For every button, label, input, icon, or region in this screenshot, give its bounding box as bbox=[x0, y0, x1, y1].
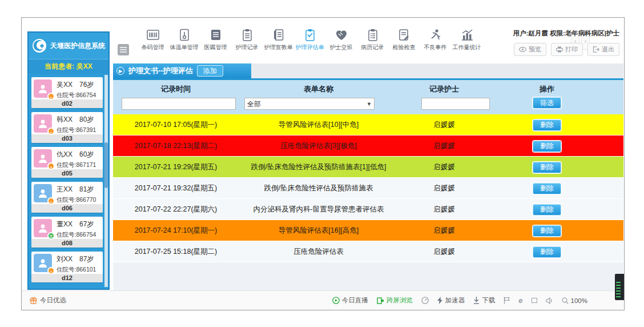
patient-admission-no: 住院号:867391 bbox=[57, 125, 103, 134]
patient-card[interactable]: - 刘XX87岁 住院号:866101 d12 bbox=[31, 252, 103, 282]
patient-card[interactable]: - 仇XX60岁 住院号:867171 d05 bbox=[31, 147, 103, 178]
sound-item[interactable] bbox=[546, 297, 553, 304]
toolbar-item-lab-exam[interactable]: 检验检查 bbox=[388, 28, 420, 51]
cross-screen-label: 跨屏浏览 bbox=[387, 296, 413, 305]
table-row[interactable]: 2017-07-21 19:29(星期五) 跌倒/坠床危险性评估及预防措施表[1… bbox=[113, 157, 623, 178]
toolbar-item-adverse-event[interactable]: 不良事件 bbox=[420, 28, 451, 51]
bar-chart-icon bbox=[460, 28, 474, 42]
patient-card[interactable]: - 韩XX80岁 住院号:867391 d03 bbox=[31, 112, 103, 143]
print-button-label: 打印 bbox=[565, 45, 578, 54]
toolbar-item-nursing-record[interactable]: 护理记录 bbox=[231, 28, 263, 51]
zoom-control[interactable]: 100% bbox=[562, 297, 587, 304]
delete-button[interactable]: 删除 bbox=[533, 183, 561, 194]
patient-status-badge: - bbox=[47, 197, 55, 205]
ie-browser-item[interactable]: e bbox=[518, 296, 522, 305]
accelerator-label: 加速器 bbox=[445, 296, 465, 305]
table-row[interactable]: 2017-07-21 19:32(星期五) 跌倒/坠床危险性评估及预防措施表 启… bbox=[113, 178, 623, 199]
person-icon bbox=[38, 188, 48, 198]
logout-button-label: 退出 bbox=[602, 45, 614, 54]
printer-icon bbox=[556, 46, 563, 53]
filter-button[interactable]: 筛选 bbox=[533, 97, 561, 109]
print-button[interactable]: 打印 bbox=[551, 43, 583, 56]
speed-test-item[interactable] bbox=[421, 297, 429, 304]
eye-icon bbox=[519, 47, 526, 52]
cell-form-name: 内分泌科及肾内科-留置导尿管患者评估表 bbox=[239, 199, 399, 220]
form-name-select[interactable]: 全部 ▼ bbox=[244, 98, 375, 110]
delete-button[interactable]: 删除 bbox=[533, 225, 561, 237]
handshake-icon bbox=[334, 28, 349, 42]
delete-button[interactable]: 删除 bbox=[533, 162, 561, 173]
toolbar-item-doctor-orders[interactable]: 医嘱管理 bbox=[200, 28, 231, 51]
add-button[interactable]: 添加 bbox=[197, 65, 223, 77]
toolbar-item-label: 护理记录 bbox=[231, 43, 263, 51]
patient-card[interactable]: - 王XX81岁 住院号:866770 d06 bbox=[31, 182, 103, 213]
table-row[interactable]: 2017-07-22 22:27(星期六) 内分泌科及肾内科-留置导尿管患者评估… bbox=[113, 199, 623, 220]
toolbar-item-education-sheet[interactable]: 护理宣教单 bbox=[263, 28, 294, 51]
column-header-nurse: 记录护士 bbox=[399, 84, 490, 94]
form-name-select-value: 全部 bbox=[247, 100, 261, 108]
patient-admission-no: 住院号:866770 bbox=[57, 194, 103, 204]
active-section-tab[interactable]: ▶ 护理文书--护理评估 添加 bbox=[113, 63, 251, 78]
magnifier-icon bbox=[562, 297, 569, 304]
clipboard-record-icon bbox=[240, 28, 255, 42]
flag-item[interactable] bbox=[504, 297, 510, 304]
gift-icon bbox=[30, 297, 37, 304]
patient-age: 76岁 bbox=[79, 80, 94, 90]
preview-button[interactable]: 预览 bbox=[514, 43, 546, 56]
toolbar-item-shift-handover[interactable]: 护士交班 bbox=[325, 28, 357, 51]
zoom-level-label: 100% bbox=[571, 297, 587, 304]
brand-logo-icon bbox=[32, 38, 47, 53]
section-play-icon: ▶ bbox=[116, 67, 124, 75]
menu-toggle-button[interactable] bbox=[118, 44, 129, 55]
accelerator-item[interactable]: 加速器 bbox=[437, 296, 465, 305]
sidebar-scrollbar[interactable] bbox=[104, 75, 108, 287]
record-time-filter-input[interactable] bbox=[122, 98, 236, 110]
delete-button[interactable]: 删除 bbox=[533, 246, 561, 258]
patient-status-badge: - bbox=[47, 127, 55, 135]
delete-button[interactable]: 删除 bbox=[533, 204, 561, 216]
today-live-item[interactable]: 今日直播 bbox=[332, 296, 368, 305]
cell-record-time: 2017-07-10 17:05(星期一) bbox=[113, 114, 239, 135]
download-icon bbox=[473, 297, 480, 304]
ie-icon: e bbox=[518, 296, 522, 305]
app-logo: 天堰医护信息系统 bbox=[29, 33, 108, 59]
toolbar-item-temperature-sheet[interactable]: 体温单管理 bbox=[168, 28, 200, 51]
sidebar-scrollbar-thumb[interactable] bbox=[104, 142, 108, 188]
patient-list: - 吴XX76岁 住院号:866754 d02 - 韩XX80岁 住院号:867… bbox=[29, 74, 108, 289]
today-picks-item[interactable]: 今日优选 bbox=[30, 296, 66, 305]
cross-screen-item[interactable]: 跨屏浏览 bbox=[377, 296, 413, 305]
download-item[interactable]: 下载 bbox=[473, 296, 495, 305]
cell-nurse: 启媛媛 bbox=[399, 135, 490, 156]
table-row[interactable]: 2017-07-10 17:05(星期一) 导管风险评估表[10][中危] 启媛… bbox=[113, 114, 623, 135]
brand-name: 天堰医护信息系统 bbox=[50, 41, 105, 51]
toolbar-item-workload-stats[interactable]: 工作量统计 bbox=[451, 28, 482, 51]
toolbar-item-case-record[interactable]: 病历记录 bbox=[357, 28, 388, 51]
falling-person-icon bbox=[428, 28, 443, 42]
table-row[interactable]: 2017-07-18 22:13(星期二) 压疮危险评估表[3][极危] 启媛媛… bbox=[113, 135, 623, 157]
windows-item[interactable] bbox=[532, 298, 537, 303]
patient-status-badge: - bbox=[47, 267, 55, 274]
table-row[interactable]: 2017-07-25 15:18(星期二) 压疮危险评估表 启媛媛 删除 bbox=[113, 241, 623, 262]
logout-button[interactable]: 退出 bbox=[587, 43, 619, 56]
toolbar-item-assessment-sheet-active[interactable]: 护理评估单 bbox=[294, 28, 325, 51]
assessment-sheet-icon bbox=[303, 28, 317, 42]
statusbar-tools: 今日直播 跨屏浏览 加速器 下载 e bbox=[332, 296, 587, 305]
column-header-actions: 操作 bbox=[490, 84, 604, 94]
patient-name: 董XX bbox=[57, 220, 73, 229]
patient-age: 87岁 bbox=[79, 254, 94, 264]
delete-button[interactable]: 删除 bbox=[533, 119, 561, 131]
patient-card[interactable]: - 吴XX76岁 住院号:866754 d02 bbox=[31, 77, 103, 108]
case-record-icon bbox=[365, 28, 380, 42]
delete-button[interactable]: 删除 bbox=[533, 141, 561, 152]
toolbar-item-label: 护理评估单 bbox=[294, 43, 325, 51]
nurse-filter-input[interactable] bbox=[421, 98, 490, 110]
patient-avatar: - bbox=[34, 254, 52, 272]
floating-mini-widget[interactable] bbox=[615, 274, 624, 300]
table-row[interactable]: 2017-07-24 17:10(星期一) 导管风险评估表[16][高危] 启媛… bbox=[113, 220, 623, 241]
toolbar-item-barcode[interactable]: 条码管理 bbox=[137, 28, 168, 51]
cell-form-name: 导管风险评估表[10][中危] bbox=[239, 114, 399, 135]
patient-avatar: - bbox=[34, 114, 52, 133]
patient-card[interactable]: = 董XX67岁 住院号:866754 d08 bbox=[31, 217, 103, 248]
cell-record-time: 2017-07-21 19:32(星期五) bbox=[113, 178, 239, 198]
toolbar-item-label: 工作量统计 bbox=[451, 43, 482, 51]
